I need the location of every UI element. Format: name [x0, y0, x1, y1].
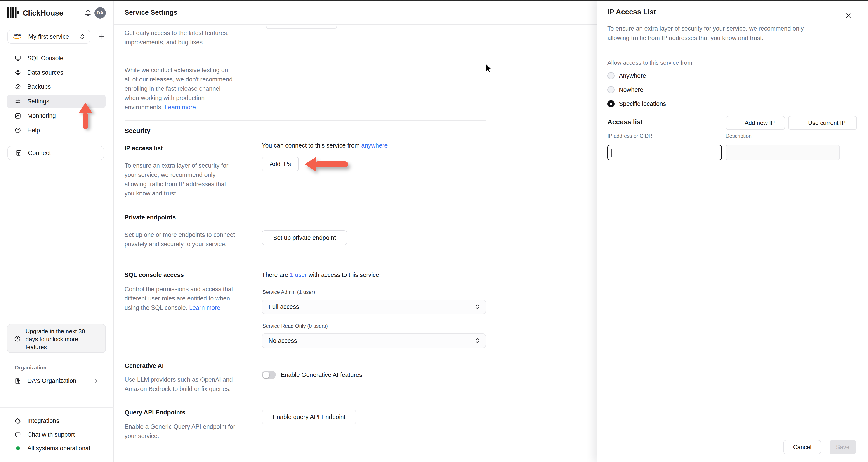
connect-button[interactable]: Connect: [7, 146, 104, 160]
sidebar: ClickHouse DA aws My first service: [0, 0, 114, 462]
data-sources-icon: [14, 69, 21, 76]
sidebar-item-sql-console[interactable]: SQL Console: [7, 51, 105, 65]
organization-section-label: Organization: [15, 365, 46, 371]
avatar[interactable]: DA: [94, 7, 106, 19]
chevron-up-down-icon: [475, 304, 480, 310]
section-divider: [125, 120, 486, 121]
description-input[interactable]: [725, 145, 840, 160]
annotation-arrow-up: [78, 103, 93, 129]
clickhouse-logo-icon: [7, 7, 19, 18]
drawer-description: To ensure an extra layer of security for…: [608, 24, 847, 43]
brand-name: ClickHouse: [23, 8, 63, 18]
monitoring-chart-icon: [14, 112, 21, 119]
ip-access-list-description: To ensure an extra layer of security for…: [125, 161, 256, 198]
setup-private-endpoint-button[interactable]: Set up private endpoint: [262, 230, 347, 245]
sidebar-item-data-sources[interactable]: Data sources: [7, 66, 105, 79]
generative-ai-toggle[interactable]: [262, 371, 276, 379]
status-green-dot-icon: [14, 446, 21, 450]
ip-address-label: IP address or CIDR: [608, 133, 652, 139]
query-api-endpoints-title: Query API Endpoints: [125, 409, 185, 416]
private-endpoints-description: Set up one or more endpoints to connect …: [125, 230, 260, 249]
use-current-ip-button[interactable]: Use current IP: [788, 116, 857, 130]
save-button[interactable]: Save: [830, 440, 856, 454]
one-user-link[interactable]: 1 user: [290, 271, 307, 278]
add-service-button[interactable]: [98, 33, 105, 40]
text-cursor: [611, 149, 612, 157]
add-new-ip-button[interactable]: Add new IP: [726, 116, 785, 130]
drawer-title: IP Access List: [608, 8, 656, 16]
window-top-edge: [0, 0, 868, 1]
chevron-up-down-icon: [475, 338, 480, 344]
allow-access-label: Allow access to this service from: [608, 59, 692, 66]
security-heading: Security: [125, 127, 150, 135]
close-icon[interactable]: [844, 12, 852, 20]
release-channel-para2: While we conduct extensive testing on al…: [125, 66, 253, 112]
ip-access-list-title: IP access list: [125, 145, 163, 152]
settings-sliders-icon: [14, 98, 21, 105]
ip-access-status: You can connect to this service from any…: [262, 142, 388, 149]
sql-console-access-title: SQL console access: [125, 271, 184, 279]
aws-logo-icon: aws: [12, 34, 22, 39]
service-read-only-label: Service Read Only (0 users): [262, 323, 328, 329]
enable-query-api-endpoint-button[interactable]: Enable query API Endpoint: [262, 409, 356, 425]
radio-circle-icon: [608, 72, 615, 79]
puzzle-icon: [14, 418, 21, 425]
add-ips-button[interactable]: Add IPs: [262, 156, 299, 172]
generative-ai-title: Generative AI: [125, 363, 164, 370]
radio-anywhere[interactable]: Anywhere: [608, 72, 646, 80]
chevron-up-down-icon: [79, 33, 85, 40]
sidebar-item-backups[interactable]: Backups: [7, 80, 105, 93]
system-status[interactable]: All systems operational: [14, 445, 90, 452]
sql-console-access-description: Control the permissions and access that …: [125, 285, 260, 313]
access-list-heading: Access list: [608, 118, 643, 126]
service-selector[interactable]: aws My first service: [7, 30, 90, 44]
building-icon: [14, 378, 21, 384]
service-read-only-select[interactable]: No access: [262, 334, 486, 348]
radio-nowhere[interactable]: Nowhere: [608, 86, 643, 94]
upgrade-notice-text: Upgrade in the next 30 days to unlock mo…: [26, 327, 100, 351]
chat-bubble-icon: [14, 431, 21, 438]
cancel-button[interactable]: Cancel: [783, 440, 821, 454]
sidebar-item-organization[interactable]: DA's Organization: [14, 377, 100, 384]
plus-icon: [800, 120, 805, 125]
clock-icon: [14, 335, 21, 342]
radio-selected-icon: [608, 100, 615, 108]
private-endpoints-title: Private endpoints: [125, 214, 176, 221]
sql-console-icon: [14, 55, 21, 61]
connect-wifi-icon: [15, 149, 22, 156]
plus-icon: [736, 120, 742, 125]
drawer-divider: [597, 50, 868, 51]
radio-circle-icon: [608, 86, 615, 93]
generative-ai-description: Use LLM providers such as OpenAI and Ama…: [125, 375, 256, 394]
release-channel-para1: Get early access to the latest features,…: [125, 29, 251, 47]
description-label: Description: [725, 133, 752, 139]
service-admin-label: Service Admin (1 user): [262, 289, 315, 295]
help-icon: [14, 127, 21, 134]
anywhere-link[interactable]: anywhere: [361, 142, 388, 149]
service-selector-label: My first service: [28, 33, 79, 40]
release-channel-learn-more-link[interactable]: Learn more: [164, 104, 196, 111]
backups-history-icon: [14, 83, 21, 90]
annotation-arrow-left: [305, 156, 349, 172]
ip-access-list-drawer: IP Access List To ensure an extra layer …: [597, 0, 868, 462]
query-api-endpoints-description: Enable a Generic Query API endpoint for …: [125, 422, 260, 441]
upgrade-notice[interactable]: Upgrade in the next 30 days to unlock mo…: [7, 324, 106, 353]
sql-access-learn-more-link[interactable]: Learn more: [189, 304, 220, 311]
ip-address-input[interactable]: [608, 145, 722, 160]
generative-ai-toggle-label: Enable Generative AI features: [281, 372, 362, 378]
mouse-cursor: [486, 64, 492, 74]
radio-specific-locations[interactable]: Specific locations: [608, 100, 666, 108]
sql-access-users-status: There are 1 user with access to this ser…: [262, 271, 381, 279]
service-admin-select[interactable]: Full access: [262, 299, 486, 314]
notifications-bell-icon[interactable]: [84, 9, 92, 17]
sidebar-item-integrations[interactable]: Integrations: [14, 417, 59, 425]
chevron-right-icon: [94, 378, 99, 384]
sidebar-divider: [0, 407, 114, 408]
sidebar-item-chat-support[interactable]: Chat with support: [14, 431, 75, 438]
release-channel-select-partial[interactable]: [266, 25, 337, 29]
page-title: Service Settings: [125, 8, 177, 16]
